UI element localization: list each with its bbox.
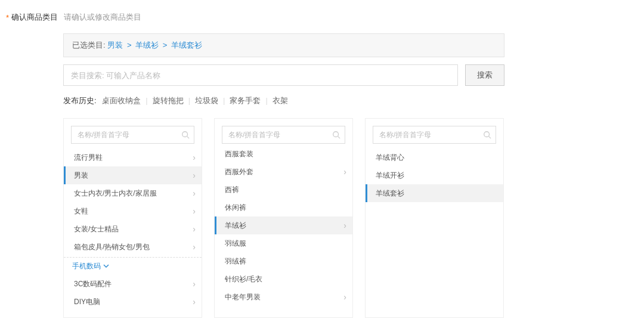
category-item-label: 羊绒背心 [376, 153, 404, 163]
category-item[interactable]: 女装/女士精品› [64, 220, 202, 238]
category-item-label: 中老年男装 [225, 292, 261, 302]
category-item[interactable]: 羊绒套衫 [366, 184, 503, 202]
col1-list[interactable]: 流行男鞋›男装›女士内衣/男士内衣/家居服›女鞋›女装/女士精品›箱包皮具/热销… [64, 148, 202, 317]
required-star: * [6, 13, 9, 22]
breadcrumb-link[interactable]: 羊绒套衫 [171, 41, 202, 49]
category-column-2: 西服套装西服外套›西裤休闲裤羊绒衫›羽绒服羽绒裤针织衫/毛衣中老年男装› [214, 118, 353, 318]
category-column-3: 羊绒背心羊绒开衫羊绒套衫 [365, 118, 504, 318]
category-item-label: 羽绒服 [225, 239, 246, 249]
chevron-right-icon: › [193, 224, 196, 234]
publish-history: 发布历史: 桌面收纳盒|旋转拖把|垃圾袋|家务手套|衣架 [63, 95, 504, 106]
category-item[interactable]: 羊绒开衫 [366, 166, 503, 184]
col1-filter-input[interactable] [71, 126, 194, 144]
category-item[interactable]: 男装› [64, 166, 202, 184]
category-item[interactable]: 休闲裤 [215, 199, 352, 216]
category-item-label: 3C数码配件 [74, 279, 112, 289]
breadcrumb-sep: > [127, 41, 132, 49]
selected-category-box: 已选类目: 男装 > 羊绒衫 > 羊绒套衫 [63, 33, 504, 57]
category-group-header[interactable]: 手机数码 [64, 257, 202, 275]
breadcrumb-sep: > [163, 41, 168, 49]
breadcrumb-link[interactable]: 男装 [107, 41, 123, 49]
breadcrumb-link[interactable]: 羊绒衫 [135, 41, 159, 49]
history-sep: | [265, 96, 267, 105]
search-button[interactable]: 搜索 [465, 64, 504, 86]
category-item-label: 女士内衣/男士内衣/家居服 [74, 188, 157, 199]
chevron-right-icon: › [193, 279, 196, 289]
history-sep: | [223, 96, 225, 105]
history-label: 发布历史: [63, 96, 97, 105]
category-column-1: 流行男鞋›男装›女士内衣/男士内衣/家居服›女鞋›女装/女士精品›箱包皮具/热销… [63, 118, 202, 318]
category-item-label: 羊绒衫 [225, 221, 246, 231]
chevron-right-icon: › [343, 292, 346, 302]
chevron-right-icon: › [343, 221, 346, 230]
chevron-right-icon: › [193, 206, 196, 216]
category-item[interactable]: 西服外套› [215, 163, 352, 181]
category-item[interactable]: 羊绒衫› [215, 216, 352, 234]
selected-label: 已选类目: [72, 41, 106, 49]
category-item-label: 箱包皮具/热销女包/男包 [74, 242, 150, 252]
category-item-label: 女装/女士精品 [74, 224, 119, 234]
chevron-right-icon: › [193, 171, 196, 180]
category-item-label: 羊绒套衫 [376, 188, 404, 199]
history-item[interactable]: 垃圾袋 [195, 96, 218, 105]
chevron-right-icon: › [193, 188, 196, 198]
category-item-label: 流行男鞋 [74, 153, 103, 163]
category-item[interactable]: 女士内衣/男士内衣/家居服› [64, 184, 202, 202]
category-item-label: DIY电脑 [74, 297, 100, 307]
category-item-label: 西服外套 [225, 167, 253, 177]
category-item-label: 羽绒裤 [225, 256, 246, 267]
category-item[interactable]: 中老年男装› [215, 288, 352, 306]
page-title: 确认商品类目 [11, 12, 58, 23]
col2-list[interactable]: 西服套装西服外套›西裤休闲裤羊绒衫›羽绒服羽绒裤针织衫/毛衣中老年男装› [215, 148, 352, 317]
chevron-right-icon: › [193, 153, 196, 162]
category-item-label: 西服套装 [225, 149, 253, 159]
category-item-label: 羊绒开衫 [376, 171, 404, 181]
chevron-down-icon [103, 262, 109, 271]
history-item[interactable]: 旋转拖把 [153, 96, 184, 105]
category-item[interactable]: 流行男鞋› [64, 148, 202, 166]
breadcrumb: 男装 > 羊绒衫 > 羊绒套衫 [107, 41, 202, 49]
history-sep: | [145, 96, 147, 105]
category-item[interactable]: DIY电脑› [64, 293, 202, 311]
category-item-label: 男装 [74, 171, 88, 181]
category-item[interactable]: 羽绒裤 [215, 252, 352, 270]
col2-filter-input[interactable] [222, 126, 345, 144]
category-item[interactable]: 羊绒背心 [366, 148, 503, 166]
category-item-label: 西裤 [225, 185, 239, 195]
category-search-input[interactable] [63, 64, 458, 86]
category-item-label: 休闲裤 [225, 203, 246, 213]
group-header-label: 手机数码 [72, 261, 101, 271]
category-item-label: 针织衫/毛衣 [225, 274, 262, 284]
page-subtitle: 请确认或修改商品类目 [64, 12, 141, 23]
category-item[interactable]: 西服套装 [215, 148, 352, 163]
history-sep: | [188, 96, 190, 105]
history-item[interactable]: 桌面收纳盒 [102, 96, 141, 105]
category-item[interactable]: 女鞋› [64, 202, 202, 220]
col3-filter-input[interactable] [373, 126, 496, 144]
chevron-right-icon: › [193, 242, 196, 252]
category-item[interactable]: 羽绒服 [215, 234, 352, 252]
chevron-right-icon: › [193, 297, 196, 307]
category-item[interactable]: 西裤 [215, 181, 352, 199]
col3-list[interactable]: 羊绒背心羊绒开衫羊绒套衫 [366, 148, 503, 317]
category-item[interactable]: 针织衫/毛衣 [215, 270, 352, 288]
history-item[interactable]: 衣架 [273, 96, 288, 105]
chevron-right-icon: › [343, 167, 346, 177]
history-item[interactable]: 家务手套 [230, 96, 261, 105]
category-item[interactable]: 3C数码配件› [64, 275, 202, 293]
category-item[interactable]: 箱包皮具/热销女包/男包› [64, 238, 202, 256]
category-item-label: 女鞋 [74, 206, 88, 216]
